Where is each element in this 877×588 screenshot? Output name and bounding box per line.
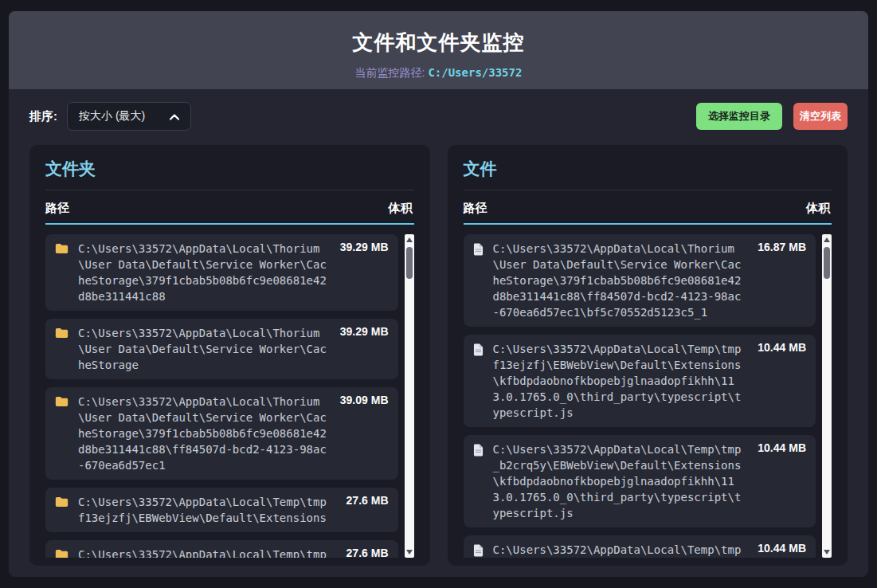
sort-group: 排序: 按大小 (最大): [29, 102, 191, 131]
path-column-header: 路径: [45, 201, 69, 216]
select-monitor-dir-button[interactable]: 选择监控目录: [696, 103, 782, 130]
folders-column-headers: 路径 体积: [45, 201, 414, 225]
scrollbar-thumb[interactable]: [406, 247, 413, 279]
folder-row: C:\Users\33572\AppData\Local\Thorium\Use…: [45, 234, 398, 311]
chevron-up-icon: [170, 110, 179, 123]
scroll-down-arrow-icon[interactable]: [824, 550, 830, 555]
divider: [45, 190, 414, 190]
row-path: C:\Users\33572\AppData\Local\Temp\tmpf13…: [493, 341, 748, 421]
toolbar-actions: 选择监控目录 清空列表: [696, 103, 848, 130]
scrollbar-thumb[interactable]: [824, 247, 830, 279]
page-title: 文件和文件夹监控: [9, 29, 868, 57]
row-path: C:\Users\33572\AppData\Local\Thorium\Use…: [78, 241, 333, 304]
row-path: C:\Users\33572\AppData\Local\Thorium\Use…: [78, 394, 333, 473]
folders-panel-title: 文件夹: [45, 158, 414, 180]
file-row: C:\Users\33572\AppData\Local\Temp\tmpf13…: [464, 335, 816, 427]
folders-scrollbar[interactable]: [405, 234, 414, 558]
folders-panel: 文件夹 路径 体积 C:\Users\33572\AppData\Local\T…: [29, 145, 430, 566]
clear-list-button[interactable]: 清空列表: [793, 103, 848, 130]
file-row: C:\Users\33572\AppData\Local\Temp\tmpkb2…: [464, 535, 816, 558]
folder-icon: [55, 243, 69, 257]
row-path: C:\Users\33572\AppData\Local\Temp\tmpkb2…: [493, 542, 748, 558]
file-icon: [473, 444, 484, 460]
scroll-up-arrow-icon[interactable]: [406, 237, 413, 242]
divider: [464, 190, 832, 190]
sort-label: 排序:: [29, 109, 57, 124]
file-icon: [473, 243, 484, 259]
folder-icon: [55, 396, 69, 410]
row-path: C:\Users\33572\AppData\Local\Thorium\Use…: [493, 241, 748, 320]
row-path: C:\Users\33572\AppData\Local\Temp\tmp_b2…: [493, 441, 748, 521]
folder-icon: [55, 549, 69, 558]
row-size: 27.6 MB: [346, 547, 389, 558]
row-path: C:\Users\33572\AppData\Local\Thorium\Use…: [78, 325, 333, 373]
monitored-path-label: 当前监控路径:: [355, 66, 425, 79]
folder-row: C:\Users\33572\AppData\Local\Thorium\Use…: [45, 319, 398, 379]
folder-row: C:\Users\33572\AppData\Local\Thorium\Use…: [45, 387, 398, 480]
app-header: 文件和文件夹监控 当前监控路径: C:/Users/33572: [9, 11, 868, 89]
folder-icon: [55, 327, 69, 342]
row-path: C:\Users\33572\AppData\Local\Temp\tmpf13…: [78, 494, 333, 526]
monitored-path-value: C:/Users/33572: [428, 66, 522, 79]
files-column-headers: 路径 体积: [464, 201, 832, 225]
row-size: 39.09 MB: [340, 394, 389, 406]
file-icon: [473, 343, 484, 359]
files-panel: 文件 路径 体积 C:\Users\33572\AppData\Local\Th…: [448, 145, 848, 566]
row-size: 39.29 MB: [340, 325, 389, 338]
sort-dropdown-value: 按大小 (最大): [79, 109, 145, 123]
folders-list: C:\Users\33572\AppData\Local\Thorium\Use…: [45, 234, 414, 558]
folder-icon: [55, 496, 69, 511]
file-row: C:\Users\33572\AppData\Local\Temp\tmp_b2…: [464, 435, 816, 527]
folder-row: C:\Users\33572\AppData\Local\Temp\tmpf13…: [45, 488, 398, 532]
monitored-path-line: 当前监控路径: C:/Users/33572: [9, 66, 868, 80]
size-column-header: 体积: [389, 201, 413, 216]
files-panel-title: 文件: [464, 158, 832, 180]
file-row: C:\Users\33572\AppData\Local\Thorium\Use…: [464, 234, 816, 327]
row-size: 10.44 MB: [758, 542, 806, 555]
folder-row: C:\Users\33572\AppData\Local\Temp\tmp_b2…: [45, 540, 398, 558]
row-size: 27.6 MB: [346, 494, 389, 507]
row-size: 10.44 MB: [758, 441, 806, 454]
row-size: 16.87 MB: [758, 241, 806, 253]
row-path: C:\Users\33572\AppData\Local\Temp\tmp_b2…: [78, 547, 333, 558]
row-size: 39.29 MB: [340, 241, 389, 253]
file-icon: [473, 544, 484, 558]
sort-dropdown[interactable]: 按大小 (最大): [67, 102, 191, 131]
files-scrollbar[interactable]: [822, 234, 832, 558]
scroll-down-arrow-icon[interactable]: [406, 550, 413, 555]
row-size: 10.44 MB: [758, 341, 806, 354]
path-column-header: 路径: [464, 201, 487, 216]
panels-container: 文件夹 路径 体积 C:\Users\33572\AppData\Local\T…: [9, 142, 868, 566]
files-list: C:\Users\33572\AppData\Local\Thorium\Use…: [464, 234, 832, 558]
main-card: 文件和文件夹监控 当前监控路径: C:/Users/33572 排序: 按大小 …: [9, 11, 868, 577]
toolbar: 排序: 按大小 (最大) 选择监控目录 清空列表: [9, 89, 868, 142]
size-column-header: 体积: [806, 201, 830, 216]
scroll-up-arrow-icon[interactable]: [824, 237, 830, 242]
